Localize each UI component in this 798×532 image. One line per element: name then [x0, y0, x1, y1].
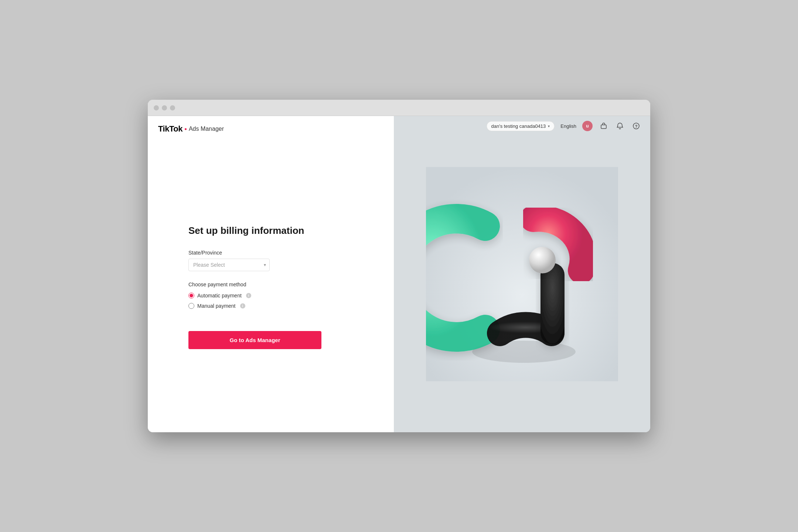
svg-point-6	[529, 247, 556, 273]
payment-method-label: Choose payment method	[188, 282, 353, 287]
decorative-art	[426, 167, 618, 381]
account-selector[interactable]: dan's testing canada0413 ▾	[487, 121, 555, 131]
logo-tiktok: TikTok	[158, 124, 183, 134]
automatic-payment-radio[interactable]	[188, 293, 194, 299]
logo-container: TikTok Ads Manager	[158, 124, 383, 134]
traffic-lights	[154, 105, 175, 110]
mac-window: TikTok Ads Manager Set up billing inform…	[148, 100, 650, 432]
traffic-light-close[interactable]	[154, 105, 159, 110]
state-province-label: State/Province	[188, 250, 353, 256]
traffic-light-maximize[interactable]	[170, 105, 175, 110]
bell-icon[interactable]	[615, 121, 625, 131]
account-chevron-icon: ▾	[548, 124, 550, 128]
title-bar	[148, 100, 650, 116]
header: TikTok Ads Manager	[148, 116, 394, 142]
language-selector[interactable]: English	[560, 123, 576, 129]
left-panel: TikTok Ads Manager Set up billing inform…	[148, 116, 394, 432]
logo-dot	[185, 128, 187, 130]
right-panel: dan's testing canada0413 ▾ English u	[394, 116, 650, 432]
form-title: Set up billing information	[188, 225, 353, 236]
state-select-wrapper: Please Select ▾	[188, 259, 270, 271]
avatar[interactable]: u	[582, 121, 593, 131]
logo-ads: Ads Manager	[189, 126, 224, 132]
traffic-light-minimize[interactable]	[162, 105, 167, 110]
manual-payment-info-icon[interactable]: i	[240, 303, 245, 308]
state-province-select[interactable]: Please Select	[188, 259, 270, 271]
automatic-payment-option[interactable]: Automatic payment i	[188, 293, 353, 299]
account-name: dan's testing canada0413	[491, 123, 546, 129]
manual-payment-radio[interactable]	[188, 303, 194, 309]
payment-method-group: Choose payment method Automatic payment …	[188, 282, 353, 309]
briefcase-icon[interactable]	[598, 121, 609, 131]
window-content: TikTok Ads Manager Set up billing inform…	[148, 116, 650, 432]
svg-rect-5	[540, 263, 565, 344]
svg-text:?: ?	[635, 124, 638, 129]
art-container	[394, 116, 650, 432]
automatic-payment-label: Automatic payment	[197, 293, 242, 299]
form-area: Set up billing information State/Provinc…	[148, 142, 394, 432]
automatic-payment-info-icon[interactable]: i	[246, 293, 251, 298]
go-to-ads-manager-button[interactable]: Go to Ads Manager	[188, 331, 321, 349]
payment-radio-group: Automatic payment i Manual payment i	[188, 293, 353, 309]
top-nav: dan's testing canada0413 ▾ English u	[394, 116, 650, 136]
manual-payment-option[interactable]: Manual payment i	[188, 303, 353, 309]
help-icon[interactable]: ?	[631, 121, 641, 131]
svg-rect-0	[601, 125, 606, 129]
state-province-group: State/Province Please Select ▾	[188, 250, 353, 271]
manual-payment-label: Manual payment	[197, 303, 236, 309]
